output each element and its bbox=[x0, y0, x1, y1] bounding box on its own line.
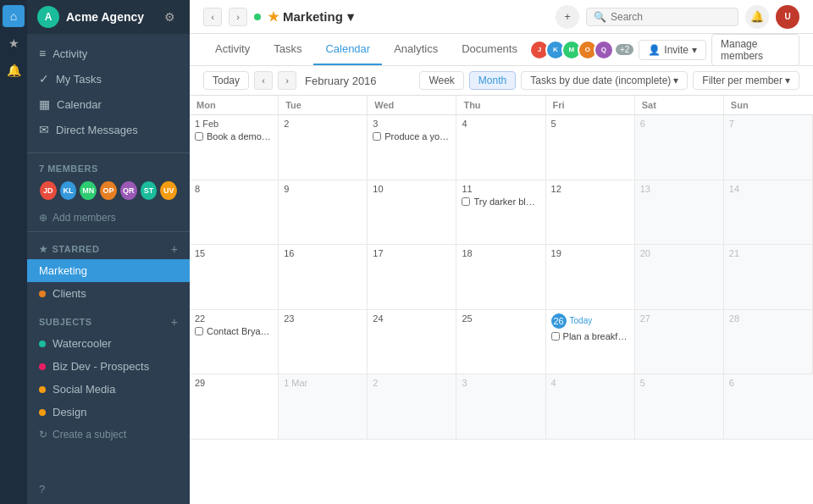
tab-documents[interactable]: Documents bbox=[450, 34, 529, 65]
filter-button[interactable]: Tasks by due date (incomplete) ▾ bbox=[521, 71, 688, 90]
cal-cell-mar2[interactable]: 2 bbox=[368, 374, 456, 440]
add-subject-button[interactable]: + bbox=[171, 315, 178, 329]
cal-cell-feb24[interactable]: 24 bbox=[368, 310, 456, 375]
cal-cell-feb3[interactable]: 3 Produce a youtube video for bbox=[368, 115, 456, 180]
cal-cell-feb20[interactable]: 20 bbox=[635, 245, 724, 310]
cal-next-button[interactable]: › bbox=[278, 71, 296, 90]
cal-cell-mar4[interactable]: 4 bbox=[546, 374, 635, 440]
cal-cell-feb8[interactable]: 8 bbox=[190, 180, 279, 246]
tab-activity[interactable]: Activity bbox=[203, 34, 262, 65]
cal-date: 15 bbox=[195, 248, 273, 258]
cal-cell-feb6[interactable]: 6 bbox=[635, 115, 724, 180]
settings-button[interactable]: ⚙ bbox=[159, 7, 180, 27]
cal-cell-mar1[interactable]: 1 Mar bbox=[279, 374, 368, 440]
filter-per-member-button[interactable]: Filter per member ▾ bbox=[693, 71, 799, 90]
cal-cell-feb15[interactable]: 15 bbox=[190, 245, 279, 310]
cal-cell-feb14[interactable]: 14 bbox=[724, 180, 813, 246]
cal-prev-button[interactable]: ‹ bbox=[254, 71, 273, 90]
cal-cell-feb13[interactable]: 13 bbox=[635, 180, 724, 246]
cal-cell-feb17[interactable]: 17 bbox=[368, 245, 456, 310]
project-name[interactable]: ★ Marketing ▾ bbox=[268, 9, 354, 25]
cal-cell-feb18[interactable]: 18 bbox=[456, 245, 545, 310]
manage-members-button[interactable]: Manage members bbox=[711, 34, 799, 66]
sidebar-item-design[interactable]: Design bbox=[27, 401, 190, 424]
social-media-dot bbox=[39, 386, 46, 393]
cal-cell-mar6[interactable]: 6 bbox=[724, 374, 813, 440]
cal-cell-feb16[interactable]: 16 bbox=[279, 245, 368, 310]
cal-cell-feb11[interactable]: 11 Try darker blue on the mobil bbox=[456, 180, 545, 246]
design-dot bbox=[39, 409, 46, 416]
task-text: Produce a youtube video for bbox=[384, 131, 451, 141]
avatar-7: UV bbox=[159, 180, 178, 201]
cal-cell-feb26[interactable]: 26 Today Plan a breakfast with our pa bbox=[546, 310, 635, 375]
sidebar-item-watercooler[interactable]: Watercooler bbox=[27, 332, 190, 355]
avatar-4: OP bbox=[99, 180, 118, 201]
sidebar-item-my-tasks[interactable]: ✓ My Tasks bbox=[27, 66, 190, 91]
search-icon: 🔍 bbox=[594, 11, 606, 23]
cal-cell-mar5[interactable]: 5 bbox=[635, 374, 724, 440]
create-subject-button[interactable]: ↻ Create a subject bbox=[27, 424, 190, 446]
invite-button[interactable]: 👤 Invite ▾ bbox=[639, 40, 706, 60]
watercooler-dot bbox=[39, 341, 46, 347]
cal-cell-feb10[interactable]: 10 bbox=[368, 180, 456, 246]
cal-cell-feb19[interactable]: 19 bbox=[546, 245, 635, 310]
cal-cell-feb5[interactable]: 5 bbox=[546, 115, 635, 180]
task-checkbox[interactable] bbox=[373, 132, 381, 141]
tab-calendar[interactable]: Calendar bbox=[313, 34, 382, 65]
today-button[interactable]: Today bbox=[203, 71, 249, 90]
tab-tasks[interactable]: Tasks bbox=[262, 34, 313, 65]
cal-cell-feb29[interactable]: 29 bbox=[190, 374, 279, 440]
notification-button[interactable]: 🔔 bbox=[745, 5, 769, 29]
add-members-button[interactable]: ⊕ Add members bbox=[27, 208, 190, 228]
search-bar[interactable]: 🔍 bbox=[586, 8, 738, 26]
icon-star[interactable]: ★ bbox=[3, 32, 25, 54]
cal-date: 8 bbox=[195, 184, 273, 194]
cal-cell-feb23[interactable]: 23 bbox=[279, 310, 368, 375]
help-button[interactable]: ? bbox=[27, 474, 190, 504]
sidebar-item-direct-messages[interactable]: ✉ Direct Messages bbox=[27, 117, 190, 142]
task-checkbox[interactable] bbox=[462, 197, 470, 206]
tab-analytics[interactable]: Analytics bbox=[382, 34, 450, 65]
task-checkbox[interactable] bbox=[195, 132, 203, 141]
cal-cell-feb25[interactable]: 25 bbox=[456, 310, 545, 375]
sidebar-item-calendar[interactable]: ▦ Calendar bbox=[27, 91, 190, 117]
cal-cell-feb28[interactable]: 28 bbox=[724, 310, 813, 375]
add-starred-button[interactable]: + bbox=[171, 242, 178, 256]
calendar-toolbar: Today ‹ › February 2016 Week Month Tasks… bbox=[190, 66, 813, 96]
cal-date: 21 bbox=[729, 248, 807, 258]
cal-cell-feb21[interactable]: 21 bbox=[724, 245, 813, 310]
cal-cell-feb4[interactable]: 4 bbox=[456, 115, 545, 180]
sidebar-item-social-media[interactable]: Social Media bbox=[27, 378, 190, 401]
task-checkbox[interactable] bbox=[195, 327, 203, 335]
today-date-number: 26 bbox=[551, 313, 567, 329]
week-view-button[interactable]: Week bbox=[419, 71, 463, 90]
task-checkbox[interactable] bbox=[551, 332, 560, 341]
nav-back-button[interactable]: ‹ bbox=[203, 8, 222, 26]
cal-cell-feb22[interactable]: 22 Contact Bryan for the greeti bbox=[190, 310, 279, 375]
sidebar-item-clients[interactable]: Clients bbox=[27, 282, 190, 305]
app-icon: A bbox=[37, 6, 59, 28]
cal-cell-feb9[interactable]: 9 bbox=[279, 180, 368, 246]
nav-fwd-button[interactable]: › bbox=[229, 8, 247, 26]
cal-cell-feb1[interactable]: 1 Feb Book a demo with Hubspot bbox=[190, 115, 279, 180]
topbar: ‹ › ★ Marketing ▾ + 🔍 🔔 U bbox=[190, 0, 813, 34]
avatar-1: JD bbox=[39, 180, 58, 201]
cal-cell-feb27[interactable]: 27 bbox=[635, 310, 724, 375]
user-avatar[interactable]: U bbox=[776, 5, 799, 29]
search-input[interactable] bbox=[611, 11, 729, 23]
sidebar-item-biz-dev[interactable]: Biz Dev - Prospects bbox=[27, 355, 190, 378]
icon-bell[interactable]: 🔔 bbox=[3, 59, 25, 81]
month-view-button[interactable]: Month bbox=[469, 71, 516, 90]
sidebar-item-activity[interactable]: ≡ Activity bbox=[27, 41, 190, 66]
cal-cell-feb2[interactable]: 2 bbox=[279, 115, 368, 180]
cal-cell-feb12[interactable]: 12 bbox=[546, 180, 635, 246]
icon-home[interactable]: ⌂ bbox=[3, 5, 25, 27]
app-name: Acme Agency bbox=[66, 10, 144, 24]
dropdown-arrow-icon: ▾ bbox=[347, 9, 354, 25]
cal-cell-feb7[interactable]: 7 bbox=[724, 115, 813, 180]
sidebar-item-marketing[interactable]: Marketing bbox=[27, 259, 190, 282]
add-button[interactable]: + bbox=[556, 5, 579, 29]
cal-cell-mar3[interactable]: 3 bbox=[456, 374, 545, 440]
cal-date: 3 bbox=[373, 119, 451, 129]
refresh-icon: ↻ bbox=[39, 429, 47, 440]
